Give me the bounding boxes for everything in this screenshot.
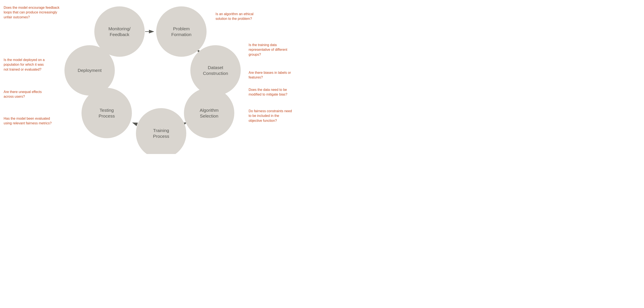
annotation-training-data: Is the training datarepresentative of di… [248, 43, 287, 57]
circle-problem: ProblemFormation [156, 6, 206, 57]
annotation-feedback-loops: Does the model encourage feedbackloops t… [4, 5, 60, 20]
circle-monitoring-label: Monitoring/Feedback [108, 26, 130, 37]
annotation-fairness-constraints: Do fairness constraints needto be includ… [248, 109, 292, 123]
circle-testing-label: TestingProcess [98, 107, 115, 119]
annotation-fairness-metrics: Has the model been evaluatedusing releva… [4, 116, 52, 126]
circle-training-label: TrainingProcess [153, 128, 169, 139]
circle-algorithm-label: AlgorithmSelection [200, 107, 219, 119]
circle-deployment: Deployment [64, 45, 115, 96]
annotation-ethical-solution: Is an algorithm an ethicalsolution to th… [216, 12, 254, 21]
circle-problem-label: ProblemFormation [171, 26, 192, 37]
circle-deployment-label: Deployment [78, 67, 102, 73]
annotation-modify-data: Does the data need to bemodified to miti… [248, 87, 287, 97]
circle-training: TrainingProcess [136, 108, 186, 154]
annotation-deployed-population: Is the model deployed on apopulation for… [4, 58, 44, 72]
circle-dataset-label: DatasetConstruction [203, 65, 228, 76]
circle-algorithm: AlgorithmSelection [184, 88, 234, 138]
annotation-unequal-effects: Are there unequal effectsacross users? [4, 90, 42, 99]
ml-fairness-diagram: Monitoring/Feedback ProblemFormation Dat… [0, 0, 322, 154]
svg-line-5 [133, 123, 137, 124]
annotation-biases: Are there biases in labels orfeatures? [248, 70, 291, 80]
circle-dataset: DatasetConstruction [190, 45, 241, 96]
